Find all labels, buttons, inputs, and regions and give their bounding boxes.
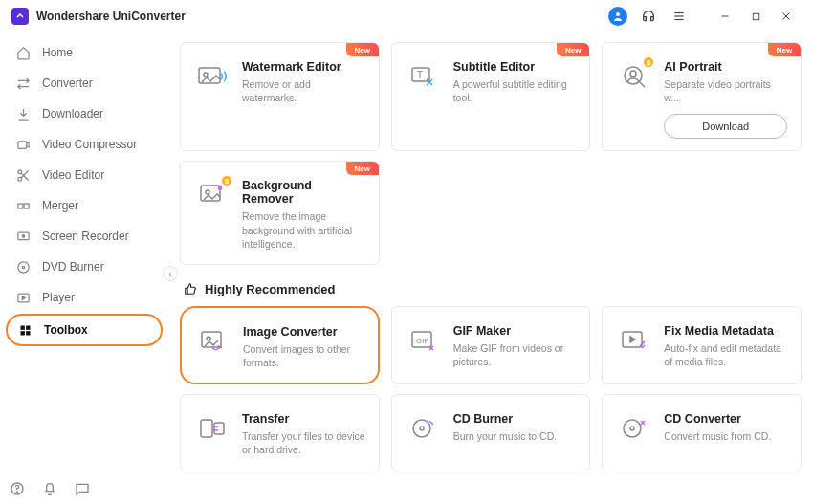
bell-icon[interactable] — [42, 481, 57, 496]
svg-point-25 — [16, 492, 17, 493]
svg-rect-21 — [26, 325, 30, 329]
svg-rect-20 — [20, 325, 24, 329]
download-icon — [15, 106, 31, 121]
new-badge: New — [346, 162, 379, 175]
sidebar-item-label: Home — [42, 46, 73, 59]
titlebar: Wondershare UniConverter — [0, 0, 813, 33]
svg-point-31 — [630, 71, 636, 77]
scissors-icon — [15, 167, 31, 183]
merger-icon — [15, 198, 31, 213]
svg-point-43 — [420, 427, 424, 430]
compressor-icon — [15, 137, 31, 152]
card-desc: Burn your music to CD. — [453, 429, 577, 443]
account-avatar[interactable] — [608, 7, 627, 26]
svg-rect-14 — [24, 204, 29, 208]
svg-rect-23 — [26, 331, 30, 335]
cd-burner-icon — [407, 412, 440, 445]
svg-point-17 — [17, 261, 28, 272]
card-title: Image Converter — [243, 325, 364, 339]
card-desc: Auto-fix and edit metadata of media file… — [664, 341, 787, 368]
card-desc: Make GIF from videos or pictures. — [453, 341, 577, 368]
card-title: CD Burner — [453, 412, 577, 426]
sidebar-item-dvd-burner[interactable]: DVD Burner — [6, 252, 163, 281]
play-icon — [15, 290, 31, 305]
sidebar-item-converter[interactable]: Converter — [6, 69, 163, 98]
card-cd-converter[interactable]: CD Converter Convert music from CD. — [602, 394, 802, 471]
card-title: Subtitle Editor — [453, 60, 577, 74]
svg-point-44 — [624, 420, 641, 437]
new-badge: New — [557, 43, 589, 56]
card-desc: Separate video portraits w... — [664, 77, 787, 104]
close-icon[interactable] — [777, 7, 796, 26]
svg-point-16 — [22, 234, 25, 237]
sidebar-item-toolbox[interactable]: Toolbox — [6, 314, 163, 346]
gif-icon: GIF — [407, 324, 440, 357]
help-icon[interactable] — [10, 481, 25, 496]
svg-rect-13 — [17, 204, 22, 208]
hamburger-icon[interactable] — [670, 7, 689, 26]
svg-point-34 — [206, 190, 209, 194]
card-title: GIF Maker — [453, 324, 577, 338]
sidebar-item-video-compressor[interactable]: Video Compressor — [6, 130, 163, 159]
new-badge: New — [346, 43, 379, 56]
app-logo-icon — [11, 8, 29, 25]
card-desc: Transfer your files to device or hard dr… — [242, 429, 365, 456]
card-title: Fix Media Metadata — [664, 324, 787, 338]
svg-point-9 — [17, 169, 21, 173]
watermark-icon — [196, 60, 229, 93]
sidebar-item-label: Downloader — [42, 107, 103, 121]
svg-rect-22 — [20, 331, 24, 335]
card-watermark-editor[interactable]: New Watermark Editor Remove or add water… — [180, 42, 380, 151]
toolbox-icon — [17, 322, 33, 338]
sidebar-item-label: Video Editor — [42, 168, 104, 182]
card-fix-metadata[interactable]: Fix Media Metadata Auto-fix and edit met… — [602, 306, 802, 384]
card-cd-burner[interactable]: CD Burner Burn your music to CD. — [391, 394, 591, 471]
card-title: Watermark Editor — [242, 60, 365, 74]
svg-point-27 — [204, 73, 208, 77]
svg-text:T: T — [417, 70, 423, 80]
premium-badge-icon: $ — [643, 56, 654, 68]
support-icon[interactable] — [639, 7, 658, 26]
sidebar-item-downloader[interactable]: Downloader — [6, 99, 163, 128]
sidebar-item-home[interactable]: Home — [6, 38, 163, 67]
svg-rect-41 — [214, 423, 224, 434]
sidebar-item-label: Screen Recorder — [42, 230, 129, 243]
svg-point-42 — [413, 420, 430, 437]
feedback-icon[interactable] — [75, 481, 90, 496]
svg-rect-8 — [17, 141, 26, 148]
card-desc: Remove the image background with artific… — [242, 209, 365, 251]
bg-remover-icon: $ — [196, 179, 229, 211]
card-title: Transfer — [242, 412, 365, 426]
card-subtitle-editor[interactable]: New T Subtitle Editor A powerful subtitl… — [391, 42, 591, 151]
sidebar-item-video-editor[interactable]: Video Editor — [6, 161, 163, 189]
card-image-converter[interactable]: Image Converter Convert images to other … — [180, 306, 380, 384]
card-ai-portrait[interactable]: New $ AI Portrait Separate video portrai… — [602, 42, 802, 151]
svg-rect-35 — [202, 332, 221, 347]
minimize-icon[interactable] — [715, 7, 735, 26]
card-transfer[interactable]: Transfer Transfer your files to device o… — [180, 394, 380, 471]
sidebar-item-merger[interactable]: Merger — [6, 191, 163, 220]
maximize-icon[interactable] — [746, 7, 765, 26]
subtitle-icon: T — [407, 60, 440, 93]
sidebar-item-label: Merger — [42, 199, 78, 212]
collapse-sidebar-icon[interactable]: ‹ — [163, 266, 178, 281]
sidebar-item-screen-recorder[interactable]: Screen Recorder — [6, 222, 163, 251]
thumbs-up-icon — [184, 282, 197, 296]
main-content: New Watermark Editor Remove or add water… — [170, 33, 813, 504]
card-desc: A powerful subtitle editing tool. — [453, 77, 577, 104]
sidebar: Home Converter Downloader Video Compress… — [0, 33, 170, 504]
cd-converter-icon — [618, 412, 650, 445]
card-desc: Remove or add watermarks. — [242, 77, 365, 104]
sidebar-item-label: DVD Burner — [42, 260, 104, 274]
download-button[interactable]: Download — [664, 114, 787, 139]
section-title: Highly Recommended — [205, 282, 336, 296]
sidebar-item-player[interactable]: Player — [6, 283, 163, 312]
card-background-remover[interactable]: New $ Background Remover Remove the imag… — [180, 161, 380, 265]
sidebar-item-label: Video Compressor — [42, 138, 137, 151]
disc-icon — [15, 259, 31, 274]
image-converter-icon — [197, 325, 230, 358]
card-title: CD Converter — [664, 412, 787, 426]
card-title: AI Portrait — [664, 60, 787, 74]
card-gif-maker[interactable]: GIF GIF Maker Make GIF from videos or pi… — [391, 306, 591, 384]
sidebar-item-label: Converter — [42, 77, 93, 90]
